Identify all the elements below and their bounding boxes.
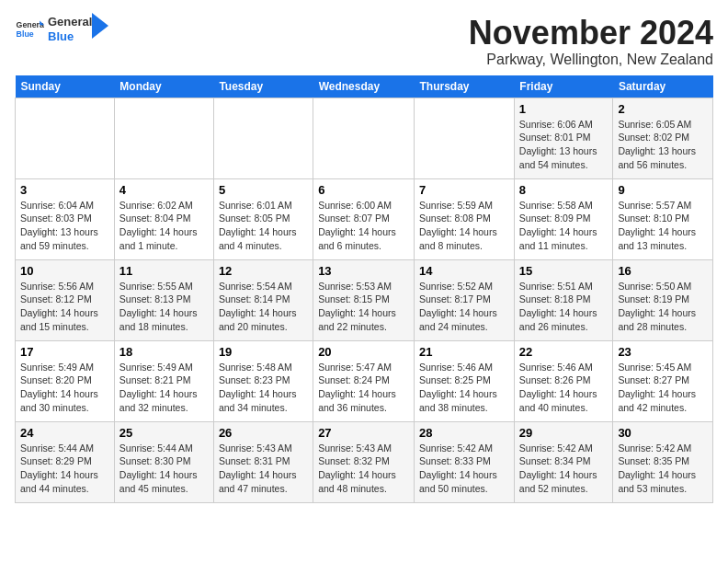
calendar-table: SundayMondayTuesdayWednesdayThursdayFrid… — [15, 75, 713, 503]
calendar-cell: 1Sunrise: 6:06 AMSunset: 8:01 PMDaylight… — [514, 98, 613, 178]
calendar-cell — [213, 98, 313, 178]
calendar-cell — [16, 98, 115, 178]
calendar-week-4: 17Sunrise: 5:49 AMSunset: 8:20 PMDayligh… — [16, 340, 713, 421]
day-number: 15 — [519, 264, 609, 278]
day-number: 18 — [119, 345, 209, 359]
day-number: 6 — [318, 183, 409, 197]
day-info: Sunrise: 6:00 AMSunset: 8:07 PMDaylight:… — [318, 199, 409, 253]
day-info: Sunrise: 6:05 AMSunset: 8:02 PMDaylight:… — [618, 118, 708, 172]
day-info: Sunrise: 5:42 AMSunset: 8:33 PMDaylight:… — [419, 442, 509, 496]
day-info: Sunrise: 5:56 AMSunset: 8:12 PMDaylight:… — [20, 280, 109, 334]
day-info: Sunrise: 5:52 AMSunset: 8:17 PMDaylight:… — [419, 280, 509, 334]
day-number: 19 — [219, 345, 308, 359]
day-info: Sunrise: 5:46 AMSunset: 8:25 PMDaylight:… — [419, 361, 509, 415]
calendar-cell: 24Sunrise: 5:44 AMSunset: 8:29 PMDayligh… — [16, 421, 115, 502]
header-cell-wednesday: Wednesday — [313, 75, 415, 98]
calendar-cell: 13Sunrise: 5:53 AMSunset: 8:15 PMDayligh… — [313, 259, 415, 340]
day-number: 28 — [419, 426, 509, 440]
day-info: Sunrise: 5:58 AMSunset: 8:09 PMDaylight:… — [519, 199, 609, 253]
header-cell-tuesday: Tuesday — [213, 75, 313, 98]
day-number: 11 — [119, 264, 209, 278]
day-number: 23 — [618, 345, 708, 359]
header-cell-thursday: Thursday — [415, 75, 515, 98]
title-block: November 2024 Parkway, Wellington, New Z… — [469, 15, 713, 68]
day-number: 3 — [20, 183, 109, 197]
day-number: 5 — [219, 183, 308, 197]
calendar-cell: 23Sunrise: 5:45 AMSunset: 8:27 PMDayligh… — [613, 340, 713, 421]
calendar-cell: 19Sunrise: 5:48 AMSunset: 8:23 PMDayligh… — [213, 340, 313, 421]
day-number: 8 — [519, 183, 609, 197]
day-info: Sunrise: 5:53 AMSunset: 8:15 PMDaylight:… — [318, 280, 409, 334]
page-header: General Blue General Blue November 2024 … — [15, 15, 713, 68]
day-info: Sunrise: 5:57 AMSunset: 8:10 PMDaylight:… — [618, 199, 708, 253]
day-number: 25 — [119, 426, 209, 440]
calendar-cell: 20Sunrise: 5:47 AMSunset: 8:24 PMDayligh… — [313, 340, 415, 421]
header-cell-sunday: Sunday — [16, 75, 115, 98]
calendar-week-2: 3Sunrise: 6:04 AMSunset: 8:03 PMDaylight… — [16, 178, 713, 259]
day-info: Sunrise: 5:49 AMSunset: 8:21 PMDaylight:… — [119, 361, 209, 415]
calendar-cell: 27Sunrise: 5:43 AMSunset: 8:32 PMDayligh… — [313, 421, 415, 502]
day-number: 27 — [318, 426, 409, 440]
calendar-body: 1Sunrise: 6:06 AMSunset: 8:01 PMDaylight… — [16, 98, 713, 502]
day-number: 10 — [20, 264, 109, 278]
calendar-cell: 22Sunrise: 5:46 AMSunset: 8:26 PMDayligh… — [514, 340, 613, 421]
calendar-cell: 21Sunrise: 5:46 AMSunset: 8:25 PMDayligh… — [415, 340, 515, 421]
calendar-cell — [114, 98, 213, 178]
day-number: 7 — [419, 183, 509, 197]
day-info: Sunrise: 5:48 AMSunset: 8:23 PMDaylight:… — [219, 361, 308, 415]
day-number: 4 — [119, 183, 209, 197]
calendar-cell: 25Sunrise: 5:44 AMSunset: 8:30 PMDayligh… — [114, 421, 213, 502]
header-cell-monday: Monday — [114, 75, 213, 98]
day-info: Sunrise: 5:43 AMSunset: 8:32 PMDaylight:… — [318, 442, 409, 496]
day-number: 29 — [519, 426, 609, 440]
day-number: 24 — [20, 426, 109, 440]
day-info: Sunrise: 6:04 AMSunset: 8:03 PMDaylight:… — [20, 199, 109, 253]
day-number: 16 — [618, 264, 708, 278]
calendar-cell: 16Sunrise: 5:50 AMSunset: 8:19 PMDayligh… — [613, 259, 713, 340]
logo-arrow-icon — [92, 13, 108, 39]
header-cell-saturday: Saturday — [613, 75, 713, 98]
calendar-cell: 6Sunrise: 6:00 AMSunset: 8:07 PMDaylight… — [313, 178, 415, 259]
calendar-cell: 3Sunrise: 6:04 AMSunset: 8:03 PMDaylight… — [16, 178, 115, 259]
day-number: 20 — [318, 345, 409, 359]
day-number: 30 — [618, 426, 708, 440]
calendar-cell: 14Sunrise: 5:52 AMSunset: 8:17 PMDayligh… — [415, 259, 515, 340]
day-info: Sunrise: 5:43 AMSunset: 8:31 PMDaylight:… — [219, 442, 308, 496]
svg-marker-3 — [92, 13, 108, 39]
day-number: 14 — [419, 264, 509, 278]
calendar-cell: 12Sunrise: 5:54 AMSunset: 8:14 PMDayligh… — [213, 259, 313, 340]
day-number: 13 — [318, 264, 409, 278]
calendar-cell: 5Sunrise: 6:01 AMSunset: 8:05 PMDaylight… — [213, 178, 313, 259]
calendar-cell: 26Sunrise: 5:43 AMSunset: 8:31 PMDayligh… — [213, 421, 313, 502]
calendar-cell: 15Sunrise: 5:51 AMSunset: 8:18 PMDayligh… — [514, 259, 613, 340]
calendar-week-3: 10Sunrise: 5:56 AMSunset: 8:12 PMDayligh… — [16, 259, 713, 340]
logo-general-text: General — [48, 15, 92, 29]
day-number: 21 — [419, 345, 509, 359]
day-number: 2 — [618, 102, 708, 116]
day-info: Sunrise: 5:49 AMSunset: 8:20 PMDaylight:… — [20, 361, 109, 415]
day-info: Sunrise: 6:02 AMSunset: 8:04 PMDaylight:… — [119, 199, 209, 253]
calendar-cell: 10Sunrise: 5:56 AMSunset: 8:12 PMDayligh… — [16, 259, 115, 340]
month-year-title: November 2024 — [469, 15, 713, 52]
day-info: Sunrise: 5:44 AMSunset: 8:30 PMDaylight:… — [119, 442, 209, 496]
svg-text:Blue: Blue — [17, 29, 34, 39]
day-info: Sunrise: 5:42 AMSunset: 8:34 PMDaylight:… — [519, 442, 609, 496]
calendar-cell: 4Sunrise: 6:02 AMSunset: 8:04 PMDaylight… — [114, 178, 213, 259]
day-info: Sunrise: 5:59 AMSunset: 8:08 PMDaylight:… — [419, 199, 509, 253]
header-row: SundayMondayTuesdayWednesdayThursdayFrid… — [16, 75, 713, 98]
day-info: Sunrise: 5:55 AMSunset: 8:13 PMDaylight:… — [119, 280, 209, 334]
day-info: Sunrise: 5:44 AMSunset: 8:29 PMDaylight:… — [20, 442, 109, 496]
calendar-cell: 17Sunrise: 5:49 AMSunset: 8:20 PMDayligh… — [16, 340, 115, 421]
day-info: Sunrise: 5:47 AMSunset: 8:24 PMDaylight:… — [318, 361, 409, 415]
logo-blue-text: Blue — [48, 29, 92, 44]
day-info: Sunrise: 5:51 AMSunset: 8:18 PMDaylight:… — [519, 280, 609, 334]
calendar-header: SundayMondayTuesdayWednesdayThursdayFrid… — [16, 75, 713, 98]
calendar-cell: 7Sunrise: 5:59 AMSunset: 8:08 PMDaylight… — [415, 178, 515, 259]
day-info: Sunrise: 6:06 AMSunset: 8:01 PMDaylight:… — [519, 118, 609, 172]
day-info: Sunrise: 6:01 AMSunset: 8:05 PMDaylight:… — [219, 199, 308, 253]
day-number: 17 — [20, 345, 109, 359]
calendar-cell: 9Sunrise: 5:57 AMSunset: 8:10 PMDaylight… — [613, 178, 713, 259]
day-number: 12 — [219, 264, 308, 278]
day-number: 26 — [219, 426, 308, 440]
location-subtitle: Parkway, Wellington, New Zealand — [469, 52, 713, 68]
